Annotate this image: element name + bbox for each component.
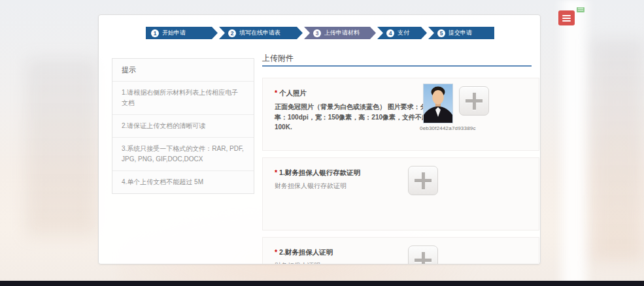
tip-item: 4.单个上传文档不能超过 5M — [112, 170, 254, 193]
upload-add-button[interactable] — [408, 166, 438, 195]
hamburger-menu-icon — [562, 20, 571, 22]
page-title: 上传附件 — [262, 53, 294, 64]
id-photo-image — [424, 84, 452, 123]
required-asterisk: * — [275, 168, 277, 176]
tip-item: 3.系统只接受一下格式的文件：RAR, PDF, JPG, PNG, GIF,D… — [112, 137, 254, 170]
required-asterisk: * — [275, 248, 277, 256]
background-light-band — [554, 0, 594, 286]
step-number-badge: 2 — [228, 29, 236, 37]
upload-section-guarantor-certificate: *2.财务担保人证明 财务担保人证明 — [262, 237, 539, 264]
step-label: 开始申请 — [162, 29, 186, 37]
step-number-badge: 1 — [151, 29, 159, 37]
required-asterisk: * — [275, 89, 277, 97]
plus-icon — [466, 93, 483, 110]
section-label-text: 个人照片 — [279, 89, 307, 97]
menu-button[interactable] — [558, 10, 575, 25]
step-start-application[interactable]: 1 开始申请 — [146, 27, 218, 39]
background-city-left — [26, 59, 98, 235]
section-label-text: 1.财务担保人银行存款证明 — [279, 168, 360, 176]
step-label: 上传申请材料 — [324, 29, 360, 37]
step-upload-materials-active[interactable]: 3 上传申请材料 — [304, 27, 376, 39]
plus-icon — [415, 252, 432, 265]
upload-add-button[interactable] — [459, 86, 489, 116]
section-label-text: 2.财务担保人证明 — [279, 248, 333, 256]
progress-stepper: 1 开始申请 2 填写在线申请表 3 上传申请材料 4 支付 5 提交申请 — [146, 27, 494, 39]
section-label: *1.财务担保人银行存款证明 — [275, 168, 360, 178]
background-city-right — [592, 39, 644, 261]
hamburger-menu-icon — [562, 15, 571, 16]
upload-section-personal-photo: *个人照片 正面免冠照片（背景为白色或淡蓝色） 图片要求：分辨率：100dpi，… — [262, 78, 539, 151]
step-number-badge: 4 — [386, 29, 394, 37]
flag-icon[interactable] — [577, 7, 585, 12]
application-upload-page: 1 开始申请 2 填写在线申请表 3 上传申请材料 4 支付 5 提交申请 提示 — [0, 0, 644, 286]
hamburger-menu-icon — [562, 18, 571, 19]
tip-item: 2.请保证上传文档的清晰可读 — [112, 114, 254, 137]
tips-title: 提示 — [112, 59, 254, 81]
plus-icon — [415, 172, 432, 189]
tip-item: 1.请根据右侧所示材料列表上传相应电子文档 — [112, 81, 254, 114]
step-fill-online-form[interactable]: 2 填写在线申请表 — [219, 27, 303, 39]
title-underline — [262, 65, 532, 67]
step-number-badge: 5 — [437, 29, 445, 37]
section-label: *个人照片 — [275, 89, 307, 98]
application-card: 1 开始申请 2 填写在线申请表 3 上传申请材料 4 支付 5 提交申请 提示 — [98, 14, 541, 264]
section-description: 正面免冠照片（背景为白色或淡蓝色） 图片要求：分辨率：100dpi，宽：150像… — [275, 102, 439, 133]
photo-filename: 0eb30f2442a7d93389c — [420, 125, 492, 131]
footer-bar — [0, 281, 644, 286]
upload-add-button[interactable] — [408, 246, 438, 264]
step-payment[interactable]: 4 支付 — [377, 27, 427, 39]
tips-panel: 提示 1.请根据右侧所示材料列表上传相应电子文档 2.请保证上传文档的清晰可读 … — [112, 58, 254, 194]
section-label: *2.财务担保人证明 — [275, 248, 333, 257]
step-label: 填写在线申请表 — [239, 29, 280, 37]
upload-section-bank-deposit: *1.财务担保人银行存款证明 财务担保人银行存款证明 — [262, 157, 539, 230]
step-submit-application[interactable]: 5 提交申请 — [428, 27, 494, 39]
step-label: 支付 — [398, 29, 409, 37]
step-label: 提交申请 — [449, 29, 472, 37]
personal-photo-thumbnail[interactable] — [423, 84, 453, 123]
step-number-badge: 3 — [313, 29, 321, 37]
